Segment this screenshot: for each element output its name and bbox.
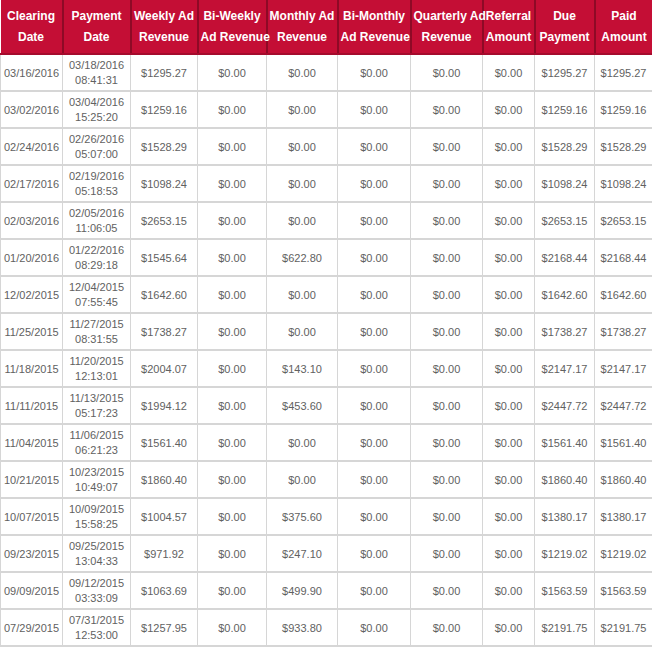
- cell-bi-monthly-ad-revenue: $0.00: [338, 165, 411, 202]
- cell-bi-weekly-ad-revenue: $0.00: [198, 128, 267, 165]
- payment-time-value: 10:49:07: [64, 480, 129, 495]
- header-label-line: Date: [66, 27, 128, 48]
- table-row: 11/04/201511/06/201506:21:23$1561.40$0.0…: [1, 424, 652, 461]
- cell-monthly-ad-revenue: $0.00: [267, 461, 338, 498]
- cell-weekly-ad-revenue: $1994.12: [131, 387, 198, 424]
- cell-bi-monthly-ad-revenue: $0.00: [338, 202, 411, 239]
- cell-due-payment: $2447.72: [535, 387, 595, 424]
- payment-date-value: 02/05/2016: [64, 206, 129, 221]
- cell-monthly-ad-revenue: $0.00: [267, 313, 338, 350]
- cell-weekly-ad-revenue: $1098.24: [131, 165, 198, 202]
- header-label-line: Ad Revenue: [341, 27, 408, 48]
- cell-due-payment: $1528.29: [535, 128, 595, 165]
- cell-due-payment: $2168.44: [535, 239, 595, 276]
- payment-time-value: 08:31:55: [64, 332, 129, 347]
- cell-weekly-ad-revenue: $1004.57: [131, 498, 198, 535]
- cell-referral-amount: $0.00: [483, 128, 535, 165]
- cell-referral-amount: $0.00: [483, 387, 535, 424]
- cell-clearing-date: 03/02/2016: [1, 91, 63, 128]
- cell-clearing-date: 09/09/2015: [1, 572, 63, 609]
- cell-referral-amount: $0.00: [483, 609, 535, 646]
- table-row: 11/11/201511/13/201505:17:23$1994.12$0.0…: [1, 387, 652, 424]
- payment-date-value: 03/18/2016: [64, 58, 129, 73]
- header-label-line: Paid: [598, 6, 651, 27]
- cell-paid-amount: $1295.27: [595, 54, 652, 91]
- cell-clearing-date: 01/20/2016: [1, 239, 63, 276]
- column-header-quarterly-ad-revenue: Quarterly AdRevenue: [411, 0, 483, 54]
- payment-time-value: 08:41:31: [64, 73, 129, 88]
- payment-time-value: 11:06:05: [64, 221, 129, 236]
- column-header-bi-monthly-ad-revenue: Bi-MonthlyAd Revenue: [338, 0, 411, 54]
- cell-quarterly-ad-revenue: $0.00: [411, 424, 483, 461]
- header-row: ClearingDatePaymentDateWeekly AdRevenueB…: [1, 0, 652, 54]
- cell-weekly-ad-revenue: $1257.95: [131, 609, 198, 646]
- cell-bi-weekly-ad-revenue: $0.00: [198, 387, 267, 424]
- cell-bi-weekly-ad-revenue: $0.00: [198, 54, 267, 91]
- cell-bi-weekly-ad-revenue: $0.00: [198, 276, 267, 313]
- cell-payment-date: 07/31/201512:53:00: [63, 609, 131, 646]
- header-label-line: Revenue: [270, 27, 335, 48]
- table-body: 03/16/201603/18/201608:41:31$1295.27$0.0…: [1, 54, 652, 646]
- cell-due-payment: $1259.16: [535, 91, 595, 128]
- cell-bi-weekly-ad-revenue: $0.00: [198, 239, 267, 276]
- cell-due-payment: $1219.02: [535, 535, 595, 572]
- cell-payment-date: 11/13/201505:17:23: [63, 387, 131, 424]
- header-label-line: Weekly Ad: [134, 6, 195, 27]
- payment-date-value: 10/23/2015: [64, 465, 129, 480]
- cell-bi-weekly-ad-revenue: $0.00: [198, 535, 267, 572]
- cell-weekly-ad-revenue: $1561.40: [131, 424, 198, 461]
- cell-clearing-date: 12/02/2015: [1, 276, 63, 313]
- cell-paid-amount: $1563.59: [595, 572, 652, 609]
- cell-weekly-ad-revenue: $2004.07: [131, 350, 198, 387]
- cell-clearing-date: 02/24/2016: [1, 128, 63, 165]
- cell-bi-weekly-ad-revenue: $0.00: [198, 165, 267, 202]
- table-row: 02/03/201602/05/201611:06:05$2653.15$0.0…: [1, 202, 652, 239]
- payment-time-value: 03:33:09: [64, 591, 129, 606]
- payment-time-value: 13:04:33: [64, 554, 129, 569]
- cell-referral-amount: $0.00: [483, 276, 535, 313]
- cell-monthly-ad-revenue: $0.00: [267, 128, 338, 165]
- cell-referral-amount: $0.00: [483, 535, 535, 572]
- table-row: 03/16/201603/18/201608:41:31$1295.27$0.0…: [1, 54, 652, 91]
- payment-date-value: 09/12/2015: [64, 576, 129, 591]
- cell-monthly-ad-revenue: $499.90: [267, 572, 338, 609]
- cell-due-payment: $1098.24: [535, 165, 595, 202]
- cell-monthly-ad-revenue: $0.00: [267, 202, 338, 239]
- cell-quarterly-ad-revenue: $0.00: [411, 128, 483, 165]
- table-header: ClearingDatePaymentDateWeekly AdRevenueB…: [1, 0, 652, 54]
- cell-bi-weekly-ad-revenue: $0.00: [198, 572, 267, 609]
- cell-paid-amount: $2447.72: [595, 387, 652, 424]
- cell-payment-date: 11/20/201512:13:01: [63, 350, 131, 387]
- column-header-payment-date: PaymentDate: [63, 0, 131, 54]
- cell-bi-monthly-ad-revenue: $0.00: [338, 54, 411, 91]
- payment-date-value: 01/22/2016: [64, 243, 129, 258]
- cell-referral-amount: $0.00: [483, 572, 535, 609]
- payment-time-value: 07:55:45: [64, 295, 129, 310]
- payment-time-value: 05:18:53: [64, 184, 129, 199]
- cell-paid-amount: $1380.17: [595, 498, 652, 535]
- cell-quarterly-ad-revenue: $0.00: [411, 313, 483, 350]
- payment-date-value: 03/04/2016: [64, 95, 129, 110]
- cell-weekly-ad-revenue: $1545.64: [131, 239, 198, 276]
- cell-weekly-ad-revenue: $1860.40: [131, 461, 198, 498]
- header-label-line: Amount: [598, 27, 651, 48]
- cell-due-payment: $2147.17: [535, 350, 595, 387]
- cell-due-payment: $1563.59: [535, 572, 595, 609]
- cell-due-payment: $1561.40: [535, 424, 595, 461]
- cell-referral-amount: $0.00: [483, 498, 535, 535]
- cell-referral-amount: $0.00: [483, 350, 535, 387]
- payment-time-value: 15:58:25: [64, 517, 129, 532]
- header-label-line: Ad Revenue: [201, 27, 264, 48]
- cell-payment-date: 12/04/201507:55:45: [63, 276, 131, 313]
- column-header-due-payment: DuePayment: [535, 0, 595, 54]
- cell-bi-monthly-ad-revenue: $0.00: [338, 350, 411, 387]
- cell-monthly-ad-revenue: $0.00: [267, 276, 338, 313]
- column-header-referral-amount: ReferralAmount: [483, 0, 535, 54]
- cell-referral-amount: $0.00: [483, 461, 535, 498]
- cell-due-payment: $1295.27: [535, 54, 595, 91]
- cell-monthly-ad-revenue: $622.80: [267, 239, 338, 276]
- header-label-line: Due: [538, 6, 592, 27]
- cell-bi-monthly-ad-revenue: $0.00: [338, 91, 411, 128]
- header-label-line: Revenue: [414, 27, 480, 48]
- header-label-line: Clearing: [3, 6, 60, 27]
